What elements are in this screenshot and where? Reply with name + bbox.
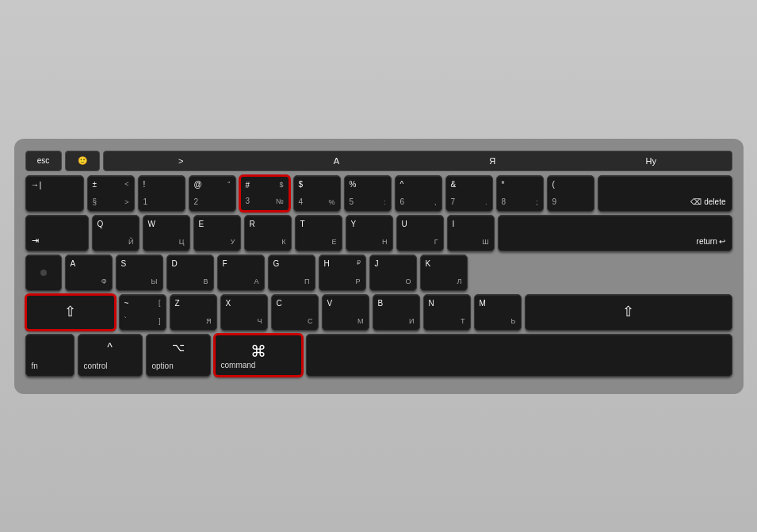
fn-key[interactable]: fn (25, 334, 75, 377)
number-row: →| ± < § > ! 1 @ " 2 # $ (25, 175, 732, 212)
key-k[interactable]: K Л (420, 255, 468, 291)
key-i[interactable]: I Ш (447, 215, 495, 251)
qwerty-row: ⇥ Q Й W Ц E У R К T Е Y (25, 215, 732, 251)
caps-dot-key[interactable] (25, 255, 62, 291)
key-8[interactable]: * 8 ; (496, 175, 544, 212)
key-x[interactable]: X Ч (220, 294, 268, 331)
key-v[interactable]: V М (322, 294, 369, 331)
key-s[interactable]: S Ы (116, 255, 163, 291)
emoji-key[interactable]: 🙂 (65, 151, 100, 171)
key-c[interactable]: C С (271, 294, 319, 331)
key-b[interactable]: B И (373, 294, 420, 331)
key-u[interactable]: U Г (396, 215, 444, 251)
section-key[interactable]: ± < § > (87, 175, 135, 212)
delete-key[interactable]: ⌫ delete (598, 175, 732, 212)
command-key[interactable]: ⌘ command (214, 334, 303, 377)
key-2[interactable]: @ " 2 (189, 175, 236, 212)
key-h[interactable]: H ₽ Р (319, 255, 366, 291)
esc-key[interactable]: esc (25, 151, 62, 171)
touch-bar-row: esc 🙂 > A Я Ну (25, 150, 732, 172)
key-q[interactable]: Q Й (92, 215, 140, 251)
key-f[interactable]: F А (217, 255, 265, 291)
spacebar-key[interactable] (306, 334, 732, 377)
key-a[interactable]: A Ф (65, 255, 113, 291)
control-key[interactable]: ^ control (78, 334, 143, 377)
tab-key2[interactable]: ⇥ (25, 215, 89, 251)
key-y[interactable]: Y Н (346, 215, 393, 251)
option-key[interactable]: ⌥ option (146, 334, 211, 377)
key-n[interactable]: N Т (423, 294, 471, 331)
laptop-body: esc 🙂 > A Я Ну →| ± < § > (0, 0, 757, 532)
keyboard-area: esc 🙂 > A Я Ну →| ± < § > (14, 139, 744, 394)
bottom-row: fn ^ control ⌥ option ⌘ command (25, 334, 732, 377)
key-g[interactable]: G П (268, 255, 315, 291)
key-z[interactable]: Z Я (170, 294, 217, 331)
key-m[interactable]: M Ь (474, 294, 522, 331)
shift-right-key[interactable]: ⇧ (525, 294, 732, 331)
key-tilde-bracket[interactable]: ~ [ ` ] (119, 294, 166, 331)
tab-key[interactable]: →| (25, 175, 84, 212)
key-7[interactable]: & 7 . (445, 175, 493, 212)
key-r[interactable]: R К (244, 215, 292, 251)
key-4[interactable]: $ 4 % (293, 175, 341, 212)
touch-strip[interactable]: > A Я Ну (103, 151, 732, 171)
shift-left-key[interactable]: ⇧ (25, 294, 116, 331)
key-t[interactable]: T Е (295, 215, 342, 251)
asdf-row: A Ф S Ы D В F А G П H ₽ Р (25, 255, 732, 291)
key-1[interactable]: ! 1 (138, 175, 185, 212)
key-j[interactable]: J О (369, 255, 417, 291)
return-key[interactable]: return ↩ (498, 215, 732, 251)
key-5[interactable]: % 5 : (344, 175, 392, 212)
zxcv-row: ⇧ ~ [ ` ] Z Я X Ч C С V М (25, 294, 732, 331)
key-d[interactable]: D В (166, 255, 214, 291)
key-6[interactable]: ^ 6 , (395, 175, 442, 212)
key-9[interactable]: ( 9 (547, 175, 595, 212)
key-3[interactable]: # $ 3 № (239, 175, 290, 212)
key-e[interactable]: E У (193, 215, 241, 251)
key-w[interactable]: W Ц (143, 215, 190, 251)
